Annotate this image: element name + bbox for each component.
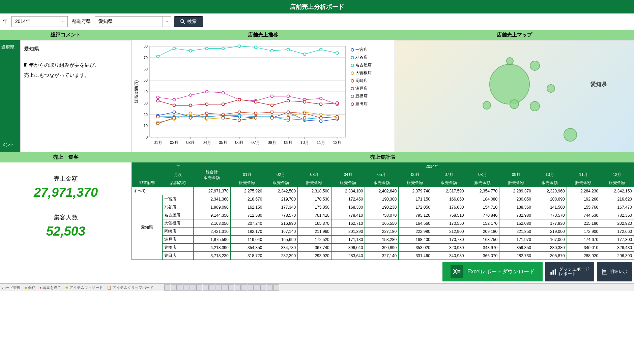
tool-icon[interactable] xyxy=(235,284,241,291)
map-bubble[interactable] xyxy=(506,57,514,65)
map-bubble[interactable] xyxy=(530,101,540,111)
year-select[interactable]: 2014年 xyxy=(11,16,68,27)
legend-item[interactable]: 刈谷店 xyxy=(351,55,372,60)
svg-point-110 xyxy=(238,119,241,121)
comment-pref: 愛知県 xyxy=(24,44,128,54)
map-bubble[interactable] xyxy=(483,101,491,110)
tool-icon[interactable] xyxy=(241,284,247,291)
legend-item[interactable]: 岡崎店 xyxy=(351,78,372,84)
table-row[interactable]: 豊橋店4,218,390354,850334,780367,740396,040… xyxy=(132,244,634,252)
status-item-wizard[interactable]: ★アイテムウィザード xyxy=(65,285,103,290)
line-chart-svg: 0102030405060708001月02月03月04月05月06月07月08… xyxy=(133,43,349,151)
svg-point-114 xyxy=(303,117,306,119)
svg-rect-142 xyxy=(550,272,552,275)
svg-text:10月: 10月 xyxy=(300,140,309,145)
tool-icon[interactable] xyxy=(215,284,222,291)
svg-point-132 xyxy=(205,103,208,105)
table-row[interactable]: すべて27,971,3702,275,9202,342,5002,318,500… xyxy=(132,187,634,195)
svg-point-98 xyxy=(238,111,241,114)
tool-icon[interactable] xyxy=(248,284,254,291)
map-bubble[interactable] xyxy=(564,128,577,142)
year-label: 年 xyxy=(1,19,9,25)
tool-icon[interactable] xyxy=(273,284,279,291)
table-row[interactable]: 名古屋店9,144,350712,580778,570761,410778,41… xyxy=(132,211,634,219)
kpi-customers-label: 集客人数 xyxy=(0,213,132,221)
year-select-value: 2014年 xyxy=(12,17,59,27)
legend-item[interactable]: 一宮店 xyxy=(351,47,372,53)
sales-table: 年総合計販売金額2014年月度01月02月03月04月05月06月07月08月0… xyxy=(132,162,634,260)
map-bubble[interactable] xyxy=(530,61,540,71)
tool-icon[interactable] xyxy=(209,284,215,291)
comment-side-pref[interactable]: 道府県 xyxy=(1,42,20,52)
kpi-sales-value: 27,971,370 xyxy=(0,185,132,200)
map-bubble[interactable] xyxy=(547,84,555,93)
tool-icon[interactable] xyxy=(171,284,177,291)
svg-point-91 xyxy=(320,113,322,116)
tool-icon[interactable] xyxy=(203,284,209,291)
table-row[interactable]: 大曽根店2,163,050207,240216,890165,370162,71… xyxy=(132,219,634,228)
svg-point-124 xyxy=(271,95,273,98)
map-bubble[interactable] xyxy=(510,99,519,109)
svg-point-96 xyxy=(205,112,208,115)
tool-icon[interactable] xyxy=(177,284,183,291)
svg-text:02月: 02月 xyxy=(170,140,178,145)
table-row[interactable]: 瀬戸店1,975,590119,040165,690172,520171,130… xyxy=(132,236,634,244)
chevron-down-icon[interactable] xyxy=(59,17,67,27)
tool-icon-tray xyxy=(164,284,279,291)
table-row[interactable]: 豊田店3,718,230318,720282,390293,920283,640… xyxy=(132,252,634,260)
map-bubble-nagoya[interactable] xyxy=(489,64,530,104)
tool-icon[interactable] xyxy=(190,284,196,291)
svg-point-100 xyxy=(271,111,273,114)
pref-select[interactable]: 愛知県 xyxy=(95,16,171,27)
tool-icon[interactable] xyxy=(228,284,234,291)
svg-point-118 xyxy=(173,98,176,101)
dashboard-report-l2: レポート xyxy=(559,272,589,276)
kpi-customers-value: 52,503 xyxy=(0,224,132,239)
tool-icon[interactable] xyxy=(267,284,273,291)
legend-item[interactable]: 名古屋店 xyxy=(351,62,372,68)
svg-rect-144 xyxy=(555,269,556,275)
status-board-mgmt[interactable]: ボード管理 xyxy=(2,285,21,290)
legend-item[interactable]: 大曽根店 xyxy=(351,70,372,76)
tool-icon[interactable] xyxy=(222,284,228,291)
tool-icon[interactable] xyxy=(254,284,260,291)
svg-point-97 xyxy=(222,113,225,116)
comment-side-comment[interactable]: メント xyxy=(1,140,20,150)
status-end-edit[interactable]: ●編集を終了 xyxy=(39,285,61,290)
tool-icon[interactable] xyxy=(260,284,266,291)
svg-text:0: 0 xyxy=(146,135,148,139)
table-row[interactable]: 岡崎店2,421,310182,170167,140211,960201,390… xyxy=(132,228,634,236)
legend-item[interactable]: 豊田店 xyxy=(351,101,372,107)
dashboard-report-button[interactable]: ダッシュボード レポート xyxy=(545,262,594,281)
pref-select-value: 愛知県 xyxy=(95,17,163,27)
app-header: 店舗売上分析ボード xyxy=(0,0,634,13)
svg-text:70: 70 xyxy=(144,56,148,60)
legend-item[interactable]: 瀬戸店 xyxy=(351,86,372,91)
tool-icon[interactable] xyxy=(183,284,190,291)
sales-map[interactable]: 愛知県 xyxy=(395,40,634,152)
chevron-down-icon[interactable] xyxy=(163,17,171,27)
sales-table-container[interactable]: 年総合計販売金額2014年月度01月02月03月04月05月06月07月08月0… xyxy=(132,162,634,260)
search-button[interactable]: 検索 xyxy=(174,16,203,27)
detail-report-button[interactable]: 明細レポ xyxy=(597,262,632,281)
svg-point-130 xyxy=(173,104,176,107)
svg-point-99 xyxy=(254,112,257,115)
excel-icon: X≡ xyxy=(451,265,463,278)
svg-point-111 xyxy=(254,117,257,119)
status-save[interactable]: ■保存 xyxy=(25,285,35,290)
svg-text:販売金額(万): 販売金額(万) xyxy=(134,80,139,103)
legend-item[interactable]: 豊橋店 xyxy=(351,93,372,99)
svg-line-1 xyxy=(183,22,185,24)
tool-icon[interactable] xyxy=(164,284,170,291)
status-item-clipboard[interactable]: 📋アイテムクリップボード xyxy=(107,285,153,290)
tool-icon[interactable] xyxy=(196,284,202,291)
svg-point-112 xyxy=(271,117,273,119)
table-row[interactable]: 愛知県一宮店2,341,360218,670219,700170,530172,… xyxy=(132,195,634,203)
svg-point-116 xyxy=(336,115,339,118)
table-row[interactable]: 刈谷店1,989,090162,150177,340175,050168,330… xyxy=(132,203,634,211)
excel-download-label: Excelレポートダウンロード xyxy=(467,268,535,275)
dashboard-report-l1: ダッシュボード xyxy=(559,267,589,272)
svg-point-125 xyxy=(287,95,290,98)
excel-download-button[interactable]: X≡ Excelレポートダウンロード xyxy=(442,262,543,281)
search-button-label: 検索 xyxy=(187,19,197,25)
